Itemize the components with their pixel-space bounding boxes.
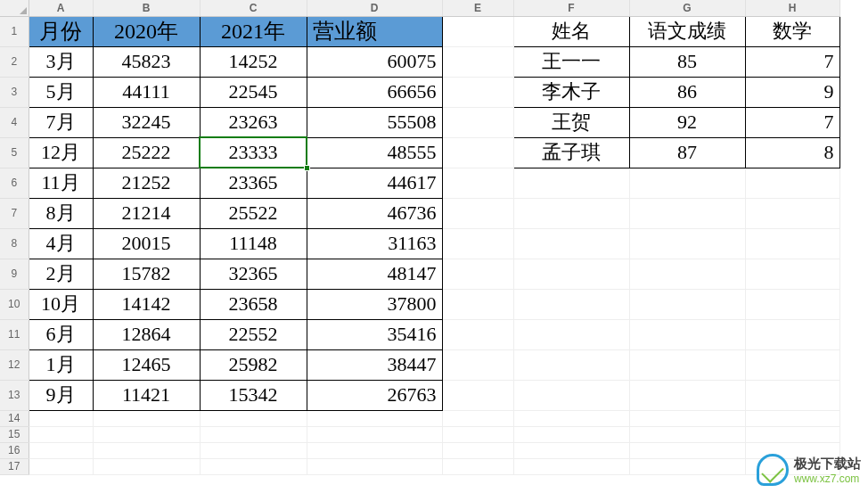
cell-H10[interactable] <box>745 289 839 319</box>
cell-E1[interactable] <box>442 16 513 46</box>
cell-G17[interactable] <box>629 458 745 474</box>
cell-B12[interactable]: 12465 <box>93 349 200 380</box>
cell-H2[interactable]: 7 <box>745 46 839 77</box>
cell-E6[interactable] <box>442 168 513 198</box>
cell-F7[interactable] <box>513 198 629 228</box>
header2-F[interactable]: 姓名 <box>513 16 629 46</box>
cell-G3[interactable]: 86 <box>629 77 745 107</box>
cell-F3[interactable]: 李木子 <box>513 77 629 107</box>
col-header-D[interactable]: D <box>307 0 442 16</box>
cell-D4[interactable]: 55508 <box>307 107 442 137</box>
cell-H6[interactable] <box>745 168 839 198</box>
header-B[interactable]: 2020年 <box>93 16 200 46</box>
cell-A8[interactable]: 4月 <box>29 228 93 259</box>
cell-E2[interactable] <box>442 46 513 77</box>
cell-G11[interactable] <box>629 319 745 349</box>
col-header-H[interactable]: H <box>745 0 839 16</box>
cell-E17[interactable] <box>442 458 513 474</box>
cell-G15[interactable] <box>629 426 745 442</box>
cell-B11[interactable]: 12864 <box>93 319 200 349</box>
cell-A6[interactable]: 11月 <box>29 168 93 198</box>
cell-E15[interactable] <box>442 426 513 442</box>
row-header-10[interactable]: 10 <box>0 289 29 319</box>
col-header-F[interactable]: F <box>513 0 629 16</box>
cell-C2[interactable]: 14252 <box>200 46 307 77</box>
cell-D10[interactable]: 37800 <box>307 289 442 319</box>
cell-H5[interactable]: 8 <box>745 137 839 168</box>
cell-A17[interactable] <box>29 458 93 474</box>
cell-D8[interactable]: 31163 <box>307 228 442 259</box>
cell-G8[interactable] <box>629 228 745 259</box>
cell-C10[interactable]: 23658 <box>200 289 307 319</box>
cell-C6[interactable]: 23365 <box>200 168 307 198</box>
cell-G7[interactable] <box>629 198 745 228</box>
cell-D2[interactable]: 60075 <box>307 46 442 77</box>
cell-F6[interactable] <box>513 168 629 198</box>
cell-B15[interactable] <box>93 426 200 442</box>
col-header-B[interactable]: B <box>93 0 200 16</box>
row-header-17[interactable]: 17 <box>0 458 29 474</box>
cell-E7[interactable] <box>442 198 513 228</box>
cell-G13[interactable] <box>629 380 745 410</box>
cell-E9[interactable] <box>442 259 513 289</box>
header2-G[interactable]: 语文成绩 <box>629 16 745 46</box>
cell-H3[interactable]: 9 <box>745 77 839 107</box>
row-header-15[interactable]: 15 <box>0 426 29 442</box>
cell-B13[interactable]: 11421 <box>93 380 200 410</box>
cell-D7[interactable]: 46736 <box>307 198 442 228</box>
cell-A3[interactable]: 5月 <box>29 77 93 107</box>
col-header-A[interactable]: A <box>29 0 93 16</box>
row-header-1[interactable]: 1 <box>0 16 29 46</box>
cell-A12[interactable]: 1月 <box>29 349 93 380</box>
cell-B10[interactable]: 14142 <box>93 289 200 319</box>
cell-H7[interactable] <box>745 198 839 228</box>
cell-B14[interactable] <box>93 410 200 426</box>
cell-C4[interactable]: 23263 <box>200 107 307 137</box>
fill-handle[interactable] <box>304 165 310 171</box>
cell-F4[interactable]: 王贺 <box>513 107 629 137</box>
cell-C8[interactable]: 11148 <box>200 228 307 259</box>
cell-A9[interactable]: 2月 <box>29 259 93 289</box>
cell-G9[interactable] <box>629 259 745 289</box>
select-all-corner[interactable] <box>0 0 29 16</box>
cell-F16[interactable] <box>513 442 629 458</box>
cell-C12[interactable]: 25982 <box>200 349 307 380</box>
row-header-4[interactable]: 4 <box>0 107 29 137</box>
cell-H14[interactable] <box>745 410 839 426</box>
cell-E14[interactable] <box>442 410 513 426</box>
cell-H4[interactable]: 7 <box>745 107 839 137</box>
row-header-14[interactable]: 14 <box>0 410 29 426</box>
cell-C3[interactable]: 22545 <box>200 77 307 107</box>
row-header-9[interactable]: 9 <box>0 259 29 289</box>
cell-B2[interactable]: 45823 <box>93 46 200 77</box>
cell-B8[interactable]: 20015 <box>93 228 200 259</box>
cell-E13[interactable] <box>442 380 513 410</box>
cell-E8[interactable] <box>442 228 513 259</box>
cell-D3[interactable]: 66656 <box>307 77 442 107</box>
cell-E4[interactable] <box>442 107 513 137</box>
cell-A13[interactable]: 9月 <box>29 380 93 410</box>
cell-F8[interactable] <box>513 228 629 259</box>
cell-G14[interactable] <box>629 410 745 426</box>
cell-D11[interactable]: 35416 <box>307 319 442 349</box>
cell-C15[interactable] <box>200 426 307 442</box>
cell-D15[interactable] <box>307 426 442 442</box>
cell-G5[interactable]: 87 <box>629 137 745 168</box>
header-C[interactable]: 2021年 <box>200 16 307 46</box>
cell-H8[interactable] <box>745 228 839 259</box>
cell-D13[interactable]: 26763 <box>307 380 442 410</box>
cell-H15[interactable] <box>745 426 839 442</box>
cell-C11[interactable]: 22552 <box>200 319 307 349</box>
cell-E3[interactable] <box>442 77 513 107</box>
row-header-11[interactable]: 11 <box>0 319 29 349</box>
cell-F14[interactable] <box>513 410 629 426</box>
cell-B17[interactable] <box>93 458 200 474</box>
cell-G6[interactable] <box>629 168 745 198</box>
cell-C17[interactable] <box>200 458 307 474</box>
cell-E11[interactable] <box>442 319 513 349</box>
cell-E12[interactable] <box>442 349 513 380</box>
cell-D16[interactable] <box>307 442 442 458</box>
header-A[interactable]: 月份 <box>29 16 93 46</box>
cell-G16[interactable] <box>629 442 745 458</box>
cell-A2[interactable]: 3月 <box>29 46 93 77</box>
